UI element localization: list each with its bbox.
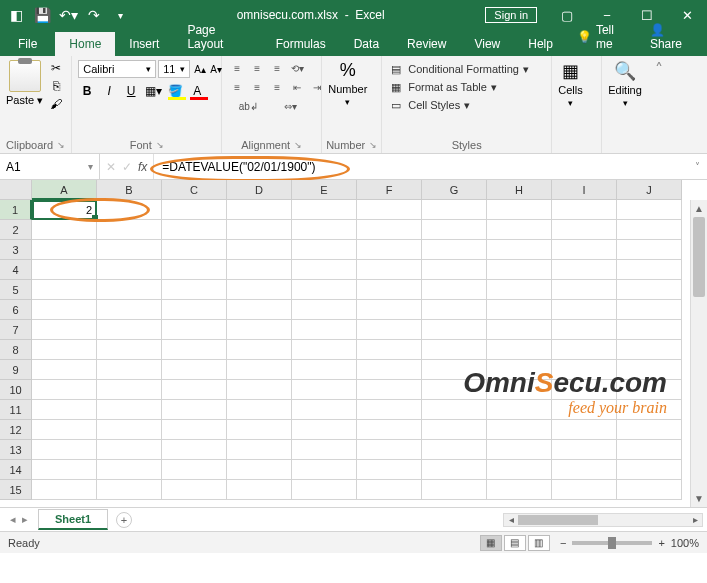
font-launcher-icon[interactable]: ↘ bbox=[156, 140, 164, 150]
align-middle-icon[interactable]: ≡ bbox=[248, 60, 266, 76]
cell-c11[interactable] bbox=[162, 400, 227, 420]
cell-h3[interactable] bbox=[487, 240, 552, 260]
cell-b14[interactable] bbox=[97, 460, 162, 480]
align-right-icon[interactable]: ≡ bbox=[268, 79, 286, 95]
cell-g4[interactable] bbox=[422, 260, 487, 280]
cell-c5[interactable] bbox=[162, 280, 227, 300]
cell-j9[interactable] bbox=[617, 360, 682, 380]
cell-h15[interactable] bbox=[487, 480, 552, 500]
cell-a14[interactable] bbox=[32, 460, 97, 480]
tab-formulas[interactable]: Formulas bbox=[262, 32, 340, 56]
column-header-f[interactable]: F bbox=[357, 180, 422, 200]
zoom-slider[interactable] bbox=[572, 541, 652, 545]
cell-e3[interactable] bbox=[292, 240, 357, 260]
sheet-nav-prev-icon[interactable]: ◂ bbox=[10, 513, 16, 526]
cell-g1[interactable] bbox=[422, 200, 487, 220]
cell-e11[interactable] bbox=[292, 400, 357, 420]
zoom-level[interactable]: 100% bbox=[671, 537, 699, 549]
cell-j5[interactable] bbox=[617, 280, 682, 300]
vscroll-thumb[interactable] bbox=[693, 217, 705, 297]
cell-c10[interactable] bbox=[162, 380, 227, 400]
cell-a2[interactable] bbox=[32, 220, 97, 240]
cell-h2[interactable] bbox=[487, 220, 552, 240]
copy-icon[interactable]: ⎘ bbox=[47, 78, 65, 94]
cell-d8[interactable] bbox=[227, 340, 292, 360]
cell-h1[interactable] bbox=[487, 200, 552, 220]
zoom-knob[interactable] bbox=[608, 537, 616, 549]
paste-icon[interactable] bbox=[9, 60, 41, 92]
cell-c15[interactable] bbox=[162, 480, 227, 500]
tab-home[interactable]: Home bbox=[55, 32, 115, 56]
cell-f6[interactable] bbox=[357, 300, 422, 320]
conditional-formatting-button[interactable]: ▤Conditional Formatting ▾ bbox=[388, 60, 529, 78]
cell-a4[interactable] bbox=[32, 260, 97, 280]
cell-c1[interactable] bbox=[162, 200, 227, 220]
tab-review[interactable]: Review bbox=[393, 32, 460, 56]
view-page-layout-icon[interactable]: ▤ bbox=[504, 535, 526, 551]
cell-d4[interactable] bbox=[227, 260, 292, 280]
cell-j13[interactable] bbox=[617, 440, 682, 460]
cell-h9[interactable] bbox=[487, 360, 552, 380]
cell-f4[interactable] bbox=[357, 260, 422, 280]
cell-g12[interactable] bbox=[422, 420, 487, 440]
save-icon[interactable]: 💾 bbox=[34, 7, 50, 23]
hscroll-right-icon[interactable]: ▸ bbox=[688, 514, 702, 525]
cell-c2[interactable] bbox=[162, 220, 227, 240]
italic-button[interactable]: I bbox=[100, 82, 118, 100]
cell-f12[interactable] bbox=[357, 420, 422, 440]
cell-b2[interactable] bbox=[97, 220, 162, 240]
row-header-4[interactable]: 4 bbox=[0, 260, 32, 280]
view-normal-icon[interactable]: ▦ bbox=[480, 535, 502, 551]
cell-a13[interactable] bbox=[32, 440, 97, 460]
cell-d9[interactable] bbox=[227, 360, 292, 380]
cell-h7[interactable] bbox=[487, 320, 552, 340]
cell-b10[interactable] bbox=[97, 380, 162, 400]
font-color-icon[interactable]: A bbox=[188, 82, 206, 100]
tab-data[interactable]: Data bbox=[340, 32, 393, 56]
share-button[interactable]: 👤 Share bbox=[638, 18, 707, 56]
cell-h11[interactable] bbox=[487, 400, 552, 420]
cell-h8[interactable] bbox=[487, 340, 552, 360]
row-header-11[interactable]: 11 bbox=[0, 400, 32, 420]
cell-h13[interactable] bbox=[487, 440, 552, 460]
cell-g6[interactable] bbox=[422, 300, 487, 320]
cell-d15[interactable] bbox=[227, 480, 292, 500]
fill-color-icon[interactable]: 🪣 bbox=[166, 82, 184, 100]
cell-b9[interactable] bbox=[97, 360, 162, 380]
cell-d6[interactable] bbox=[227, 300, 292, 320]
row-header-2[interactable]: 2 bbox=[0, 220, 32, 240]
font-name-select[interactable]: Calibri▾ bbox=[78, 60, 156, 78]
cell-e5[interactable] bbox=[292, 280, 357, 300]
cell-f3[interactable] bbox=[357, 240, 422, 260]
cell-f10[interactable] bbox=[357, 380, 422, 400]
cell-i12[interactable] bbox=[552, 420, 617, 440]
format-as-table-button[interactable]: ▦Format as Table ▾ bbox=[388, 78, 497, 96]
row-header-14[interactable]: 14 bbox=[0, 460, 32, 480]
cell-e6[interactable] bbox=[292, 300, 357, 320]
cell-i6[interactable] bbox=[552, 300, 617, 320]
cell-b7[interactable] bbox=[97, 320, 162, 340]
alignment-launcher-icon[interactable]: ↘ bbox=[294, 140, 302, 150]
cell-a15[interactable] bbox=[32, 480, 97, 500]
cell-e12[interactable] bbox=[292, 420, 357, 440]
cell-e10[interactable] bbox=[292, 380, 357, 400]
name-box[interactable]: A1▾ bbox=[0, 154, 100, 179]
cell-i10[interactable] bbox=[552, 380, 617, 400]
cell-g15[interactable] bbox=[422, 480, 487, 500]
expand-formula-bar-icon[interactable]: ˅ bbox=[687, 161, 707, 172]
cell-f2[interactable] bbox=[357, 220, 422, 240]
cell-g2[interactable] bbox=[422, 220, 487, 240]
bold-button[interactable]: B bbox=[78, 82, 96, 100]
cell-h10[interactable] bbox=[487, 380, 552, 400]
cell-j11[interactable] bbox=[617, 400, 682, 420]
cell-c4[interactable] bbox=[162, 260, 227, 280]
cell-j12[interactable] bbox=[617, 420, 682, 440]
underline-button[interactable]: U bbox=[122, 82, 140, 100]
sheet-nav-next-icon[interactable]: ▸ bbox=[22, 513, 28, 526]
cell-d5[interactable] bbox=[227, 280, 292, 300]
cell-a5[interactable] bbox=[32, 280, 97, 300]
cell-a12[interactable] bbox=[32, 420, 97, 440]
cell-b6[interactable] bbox=[97, 300, 162, 320]
column-header-g[interactable]: G bbox=[422, 180, 487, 200]
hscroll-thumb[interactable] bbox=[518, 515, 598, 525]
